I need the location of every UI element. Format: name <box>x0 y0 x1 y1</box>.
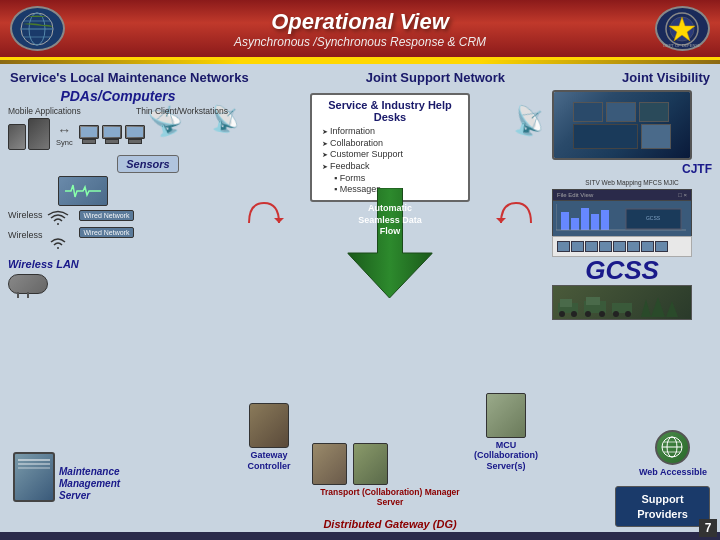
wired-boxes: Wired Network Wired Network <box>79 210 135 238</box>
gcss-app-6 <box>627 241 640 252</box>
help-item-2: Collaboration <box>322 138 458 150</box>
base-2 <box>105 139 119 144</box>
wifi-icons <box>47 210 69 250</box>
gcss-app-1 <box>557 241 570 252</box>
mcu-box: MCU (Collaboration) Server(s) <box>471 393 541 472</box>
dg-area: Distributed Gateway (DG) <box>323 514 456 532</box>
gcss-bar-chart: GCSS <box>556 204 686 232</box>
svg-marker-10 <box>496 218 506 223</box>
gateway-area: Gateway Controller <box>239 403 299 472</box>
help-item-3: Customer Support <box>322 149 458 161</box>
monitor-2 <box>102 125 122 139</box>
svg-rect-15 <box>591 214 599 230</box>
header-title: Operational View <box>65 9 655 35</box>
gcss-boxes <box>555 239 689 254</box>
wireless-section: Wireless Wireless <box>8 210 43 240</box>
router-shape <box>8 274 48 294</box>
base-3 <box>128 139 142 144</box>
data-flow-label: Automatic Seamless Data Flow <box>348 203 433 238</box>
data-flow-area: Automatic Seamless Data Flow <box>348 188 433 302</box>
svg-marker-9 <box>274 218 284 223</box>
mobile-apps-label: Mobile Applications <box>8 106 81 116</box>
svg-point-27 <box>585 311 591 317</box>
gcss-app-5 <box>613 241 626 252</box>
page-number: 7 <box>699 519 717 537</box>
svg-point-28 <box>599 311 605 317</box>
help-item-1: Information <box>322 126 458 138</box>
gateway-label: Gateway Controller <box>239 450 299 472</box>
computer-1 <box>79 125 99 144</box>
transport-server-1 <box>312 443 347 485</box>
web-globe <box>660 435 685 460</box>
router-icon <box>8 274 228 294</box>
sensors-area: Sensors <box>68 154 228 173</box>
computer-2 <box>102 125 122 144</box>
transport-label: Transport (Collaboration) Manager Server <box>312 487 468 507</box>
vehicles-image <box>552 285 692 320</box>
main-content: Service's Local Maintenance Networks Joi… <box>0 64 720 532</box>
gateway-box: Gateway Controller <box>239 403 299 472</box>
sync-indicator: ↔ Sync <box>56 122 73 147</box>
svg-point-24 <box>571 311 577 317</box>
web-label: Web Accessible <box>639 467 707 477</box>
computer-3 <box>125 125 145 144</box>
vehicle-silhouettes <box>553 286 691 320</box>
wifi-icon-1 <box>47 210 69 226</box>
svg-point-23 <box>559 311 565 317</box>
wifi-icon-2 <box>47 234 69 250</box>
gcss-label: GCSS <box>552 257 692 283</box>
help-desk-box: Service & Industry Help Desks Informatio… <box>310 93 470 202</box>
gcss-app-8 <box>655 241 668 252</box>
mcu-icon <box>486 393 526 438</box>
pda-icon-2 <box>28 118 50 150</box>
svg-text:DEPT OF DEFENSE: DEPT OF DEFENSE <box>663 43 701 48</box>
wireless-lan: Wireless LAN <box>8 254 228 272</box>
curved-arrow-left <box>244 198 284 232</box>
transport-area: Transport (Collaboration) Manager Server <box>312 443 468 507</box>
section-labels: Service's Local Maintenance Networks Joi… <box>0 64 720 88</box>
mcu-area: MCU (Collaboration) Server(s) <box>471 393 541 472</box>
pda-devices <box>8 118 50 150</box>
wired-box-2: Wired Network <box>79 227 135 238</box>
svg-rect-12 <box>561 212 569 230</box>
gcss-top-bar: File Edit View □ × <box>552 189 692 201</box>
logo-left <box>10 6 65 51</box>
content-area: PDAs/Computers Mobile Applications Thin … <box>0 88 720 532</box>
server-icon-main <box>13 452 55 502</box>
gcss-app-3 <box>585 241 598 252</box>
left-section-label: Service's Local Maintenance Networks <box>10 68 249 86</box>
cjtf-image <box>554 92 690 158</box>
middle-column: Service & Industry Help Desks Informatio… <box>234 88 546 532</box>
svg-rect-14 <box>581 208 589 230</box>
svg-rect-26 <box>586 297 600 305</box>
cjtf-image-box <box>552 90 692 160</box>
devices-row: ↔ Sync <box>8 118 228 150</box>
mcu-label: MCU (Collaboration) Server(s) <box>471 440 541 472</box>
gcss-app-2 <box>571 241 584 252</box>
left-column: PDAs/Computers Mobile Applications Thin … <box>8 88 228 532</box>
svg-point-31 <box>625 311 631 317</box>
svg-text:GCSS: GCSS <box>646 215 661 221</box>
web-accessible: Web Accessible <box>639 430 707 477</box>
header-subtitle: Asynchronous /Synchronous Response & CRM <box>65 35 655 49</box>
gateway-icon <box>249 403 289 448</box>
curved-arrow-right <box>496 198 536 232</box>
thin-client-devices <box>79 125 145 144</box>
gcss-screen: GCSS <box>552 201 692 236</box>
center-section-label: Joint Support Network <box>366 68 505 86</box>
sensor-icon <box>58 176 108 206</box>
sensors-label: Sensors <box>117 155 178 173</box>
web-icon <box>655 430 690 465</box>
logo-right: DEPT OF DEFENSE <box>655 6 710 51</box>
page: Operational View Asynchronous /Synchrono… <box>0 0 720 540</box>
gcss-panel: File Edit View □ × <box>552 189 692 283</box>
help-desk-list: Information Collaboration Customer Suppo… <box>322 126 458 196</box>
header: Operational View Asynchronous /Synchrono… <box>0 0 720 60</box>
cjtf-image-placeholder <box>573 102 671 149</box>
help-desk-title: Service & Industry Help Desks <box>322 99 458 123</box>
svg-rect-22 <box>560 299 572 307</box>
right-column: CJTF SITV Web Mapping MFCS MJIC File Edi… <box>552 88 712 532</box>
monitor-3 <box>125 125 145 139</box>
gcss-app-4 <box>599 241 612 252</box>
sensor-device <box>58 176 228 206</box>
